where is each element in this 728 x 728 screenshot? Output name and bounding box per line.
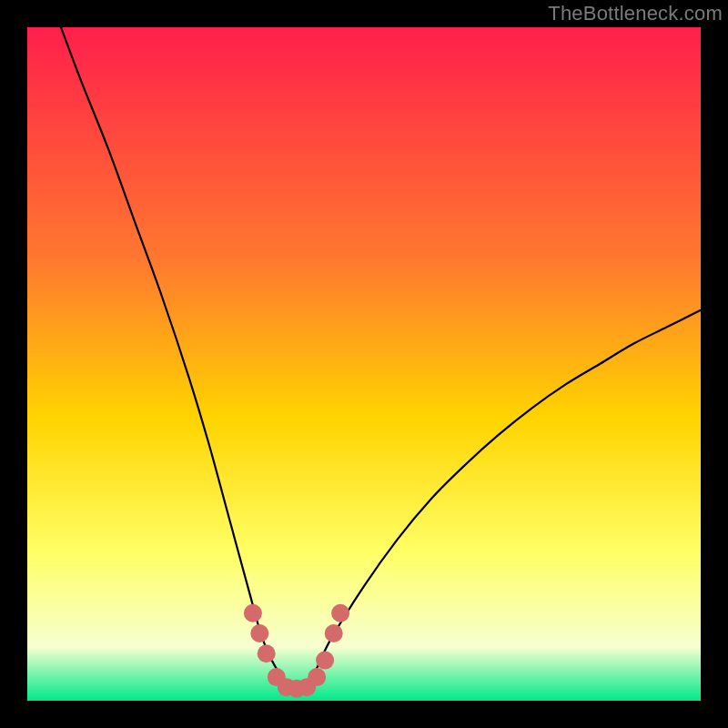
chart-svg	[27, 27, 701, 701]
chart-frame: TheBottleneck.com	[0, 0, 728, 728]
marker-point	[244, 604, 262, 622]
marker-point	[308, 668, 326, 686]
marker-point	[250, 624, 268, 642]
watermark-text: TheBottleneck.com	[548, 2, 723, 25]
plot-area	[27, 27, 701, 701]
marker-point	[331, 604, 349, 622]
marker-point	[316, 652, 334, 670]
marker-point	[325, 624, 343, 642]
marker-point	[258, 644, 276, 662]
